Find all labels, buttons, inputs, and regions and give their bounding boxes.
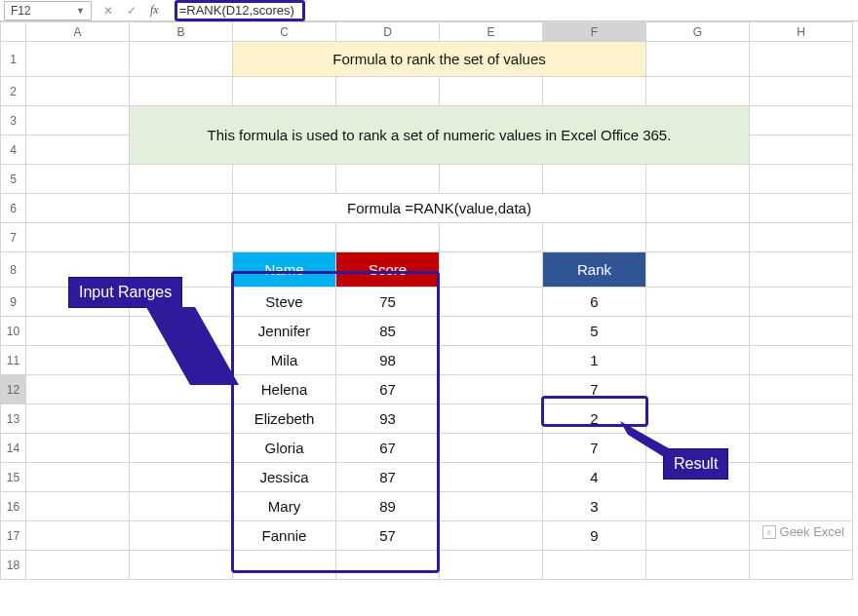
header-score[interactable]: Score <box>336 252 440 288</box>
row-3[interactable]: 3 <box>1 106 26 135</box>
row-16[interactable]: 16 <box>1 492 26 521</box>
callout-input-ranges: Input Ranges <box>68 277 182 308</box>
callout-input-tail <box>146 307 244 395</box>
col-H[interactable]: H <box>750 22 853 42</box>
cell-rank[interactable]: 1 <box>543 346 646 375</box>
col-B[interactable]: B <box>130 22 233 42</box>
row-8[interactable]: 8 <box>1 252 26 288</box>
name-box[interactable]: F12 ▼ <box>4 1 92 20</box>
cell-score[interactable]: 87 <box>336 463 440 492</box>
cell-score[interactable]: 57 <box>336 521 440 551</box>
cell-rank[interactable]: 3 <box>543 492 646 521</box>
title-main[interactable]: Formula to rank the set of values <box>233 42 646 77</box>
cell-name[interactable]: Helena <box>233 375 336 404</box>
cell-name[interactable]: Mary <box>233 492 336 521</box>
cell-score[interactable]: 98 <box>336 346 440 375</box>
cell-rank[interactable]: 4 <box>543 463 646 492</box>
fx-icon[interactable]: fx <box>150 3 159 18</box>
cell-score[interactable]: 85 <box>336 317 440 346</box>
cell-name[interactable]: Mila <box>233 346 336 375</box>
cell-rank-selected[interactable]: 7 <box>543 375 646 404</box>
col-A[interactable]: A <box>26 22 130 42</box>
header-name[interactable]: Name <box>233 252 336 288</box>
row-12[interactable]: 12 <box>1 375 26 404</box>
enter-icon[interactable]: ✓ <box>127 4 136 18</box>
col-C[interactable]: C <box>233 22 336 42</box>
cell-score[interactable]: 93 <box>336 404 440 434</box>
header-rank[interactable]: Rank <box>543 252 646 288</box>
column-headers[interactable]: A B C D E F G H <box>1 22 853 42</box>
cell-name[interactable]: Gloria <box>233 434 336 463</box>
formula-bar-icons: ✕ ✓ fx <box>103 3 159 18</box>
row-13[interactable]: 13 <box>1 404 26 434</box>
watermark-icon: x <box>762 525 776 539</box>
formula-bar-highlight: =RANK(D12,scores) <box>175 0 305 21</box>
formula-text[interactable]: Formula =RANK(value,data) <box>233 194 646 223</box>
row-10[interactable]: 10 <box>1 317 26 346</box>
col-D[interactable]: D <box>336 22 440 42</box>
row-17[interactable]: 17 <box>1 521 26 551</box>
watermark-text: Geek Excel <box>780 524 844 539</box>
formula-bar-input[interactable]: =RANK(D12,scores) <box>171 1 858 20</box>
row-6[interactable]: 6 <box>1 194 26 223</box>
row-18[interactable]: 18 <box>1 551 26 580</box>
cell-score[interactable]: 89 <box>336 492 440 521</box>
cell-rank[interactable]: 5 <box>543 317 646 346</box>
row-14[interactable]: 14 <box>1 434 26 463</box>
svg-marker-0 <box>146 307 239 385</box>
cell-score[interactable]: 67 <box>336 375 440 404</box>
cell-name[interactable]: Jessica <box>233 463 336 492</box>
chevron-down-icon[interactable]: ▼ <box>76 6 85 16</box>
cancel-icon[interactable]: ✕ <box>103 4 113 18</box>
col-E[interactable]: E <box>440 22 543 42</box>
row-7[interactable]: 7 <box>1 223 26 252</box>
row-15[interactable]: 15 <box>1 463 26 492</box>
formula-bar-row: F12 ▼ ✕ ✓ fx =RANK(D12,scores) <box>0 0 858 21</box>
svg-marker-1 <box>620 421 669 460</box>
callout-result-tail <box>620 421 679 460</box>
row-11[interactable]: 11 <box>1 346 26 375</box>
cell-rank[interactable]: 6 <box>543 288 646 317</box>
name-box-value: F12 <box>11 4 31 18</box>
title-sub[interactable]: This formula is used to rank a set of nu… <box>130 106 750 165</box>
cell-name[interactable]: Jennifer <box>233 317 336 346</box>
worksheet-grid[interactable]: A B C D E F G H 1 Formula to rank the se… <box>0 21 858 580</box>
row-2[interactable]: 2 <box>1 77 26 106</box>
watermark: x Geek Excel <box>762 524 844 539</box>
cell-name[interactable]: Fannie <box>233 521 336 551</box>
row-1[interactable]: 1 <box>1 42 26 77</box>
cell-rank[interactable]: 9 <box>543 521 646 551</box>
cell-name[interactable]: Steve <box>233 288 336 317</box>
row-9[interactable]: 9 <box>1 288 26 317</box>
row-5[interactable]: 5 <box>1 165 26 194</box>
cell-score[interactable]: 67 <box>336 434 440 463</box>
cell-name[interactable]: Elizebeth <box>233 404 336 434</box>
col-F[interactable]: F <box>543 22 646 42</box>
col-G[interactable]: G <box>646 22 750 42</box>
cell-score[interactable]: 75 <box>336 288 440 317</box>
row-4[interactable]: 4 <box>1 135 26 165</box>
formula-bar-value: =RANK(D12,scores) <box>179 3 294 18</box>
